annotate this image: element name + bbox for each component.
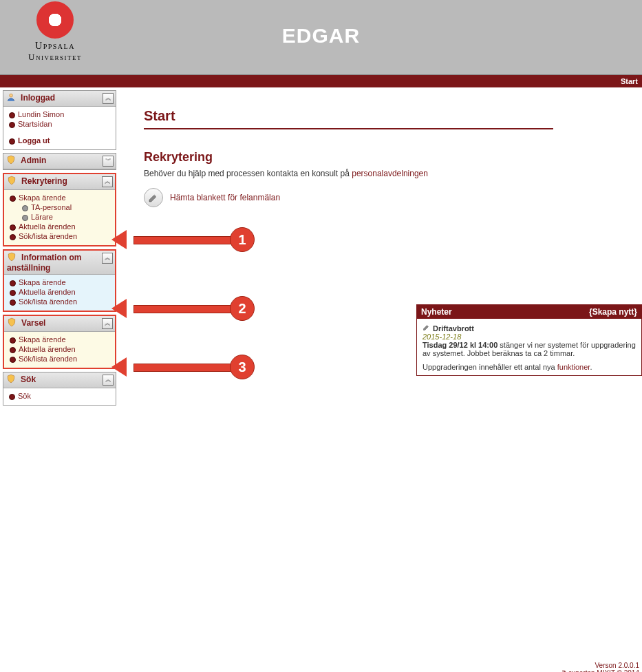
rekrytering-aktuella[interactable]: Aktuella ärenden — [8, 222, 111, 231]
panel-info-anstallning: Information om anställning ︽ Skapa ärend… — [3, 249, 116, 312]
collapse-icon[interactable]: ︽ — [103, 93, 114, 104]
collapse-icon[interactable]: ︽ — [102, 176, 113, 187]
form-download-button[interactable] — [144, 188, 163, 207]
news-item-body1: Tisdag 29/12 kl 14:00 stänger vi ner sys… — [422, 341, 636, 357]
news-item-title[interactable]: Driftavbrott — [433, 324, 474, 333]
sok-item[interactable]: Sök — [8, 391, 111, 401]
panel-title-admin: Admin — [21, 156, 46, 165]
rekrytering-larare[interactable]: Lärare — [21, 212, 111, 222]
panel-rekrytering: Rekrytering ︽ Skapa ärende TA-personal L… — [3, 173, 116, 246]
breadcrumb-bar: Start — [0, 75, 642, 87]
user-icon — [6, 92, 16, 103]
rekrytering-sok[interactable]: Sök/lista ärenden — [8, 231, 111, 241]
rekrytering-skapa[interactable]: Skapa ärende — [8, 193, 111, 202]
breadcrumb-start[interactable]: Start — [621, 77, 638, 85]
collapse-icon[interactable]: ︽ — [102, 318, 113, 329]
info-skapa[interactable]: Skapa ärende — [8, 277, 111, 287]
shield-icon — [6, 374, 16, 385]
panel-head-sok: Sök ︽ — [3, 372, 116, 388]
shield-icon — [7, 317, 17, 328]
varsel-skapa[interactable]: Skapa ärende — [8, 335, 111, 344]
panel-inloggad: Inloggad ︽ Lundin Simon Startsidan Logga… — [3, 90, 116, 150]
news-item-date: 2015-12-18 — [422, 333, 636, 341]
funktioner-link[interactable]: funktioner — [557, 363, 590, 371]
sidebar-username[interactable]: Lundin Simon — [8, 109, 111, 119]
info-sok[interactable]: Sök/lista ärenden — [8, 297, 111, 306]
varsel-sok[interactable]: Sök/lista ärenden — [8, 354, 111, 364]
pencil-icon — [148, 192, 159, 203]
section-title: Rekrytering — [144, 150, 628, 165]
sidebar-logout[interactable]: Logga ut — [8, 136, 111, 145]
form-download-link[interactable]: Hämta blankett för felanmälan — [170, 193, 280, 202]
info-aktuella[interactable]: Aktuella ärenden — [8, 287, 111, 297]
panel-varsel: Varsel ︽ Skapa ärende Aktuella ärenden S… — [3, 315, 116, 369]
panel-admin: Admin ︾ — [3, 153, 116, 170]
main-content: Start Rekrytering Behöver du hjälp med p… — [116, 87, 642, 672]
panel-sok: Sök ︽ Sök — [3, 372, 116, 406]
personalavdelningen-link[interactable]: personalavdelningen — [352, 169, 428, 178]
panel-title-rekrytering: Rekrytering — [21, 176, 67, 186]
news-heading: Nyheter — [421, 307, 452, 317]
footer: Verson 2.0.0.1 It-experten MIXIT © 2014 — [562, 662, 639, 672]
collapse-icon[interactable]: ︽ — [102, 253, 113, 264]
sidebar: Inloggad ︽ Lundin Simon Startsidan Logga… — [0, 87, 116, 672]
page-title: Start — [144, 108, 553, 129]
panel-head-info: Information om anställning ︽ — [4, 251, 115, 275]
panel-head-rekrytering: Rekrytering ︽ — [4, 174, 115, 190]
pencil-icon — [422, 324, 433, 333]
news-item-body2: Uppgraderingen innehåller ett antal nya … — [422, 363, 636, 371]
shield-icon — [7, 252, 17, 263]
panel-title-sok: Sök — [21, 375, 36, 384]
collapse-icon[interactable]: ︽ — [103, 375, 114, 386]
panel-head-varsel: Varsel ︽ — [4, 316, 115, 332]
panel-head-inloggad: Inloggad ︽ — [3, 91, 116, 107]
sidebar-startpage[interactable]: Startsidan — [8, 119, 111, 129]
app-header: Uppsala Universitet EDGAR — [0, 0, 642, 75]
logo-line2: Universitet — [10, 52, 100, 63]
panel-title-inloggad: Inloggad — [21, 93, 55, 103]
panel-title-varsel: Varsel — [21, 318, 45, 328]
svg-point-0 — [10, 94, 13, 97]
news-box: Nyheter {Skapa nytt} Driftavbrott 2015-1… — [416, 304, 642, 376]
varsel-aktuella[interactable]: Aktuella ärenden — [8, 344, 111, 354]
shield-icon — [6, 155, 16, 166]
footer-credit: It-experten MIXIT © 2014 — [562, 669, 639, 672]
news-create-link[interactable]: {Skapa nytt} — [589, 307, 637, 317]
footer-version: Verson 2.0.0.1 — [562, 662, 639, 669]
shield-icon — [7, 176, 17, 187]
rekrytering-ta-personal[interactable]: TA-personal — [21, 202, 111, 212]
expand-icon[interactable]: ︾ — [103, 156, 114, 167]
app-title: EDGAR — [0, 24, 642, 48]
panel-head-admin: Admin ︾ — [3, 154, 116, 169]
help-text: Behöver du hjälp med processen kontakta … — [144, 169, 628, 178]
panel-title-info: Information om anställning — [7, 253, 81, 273]
